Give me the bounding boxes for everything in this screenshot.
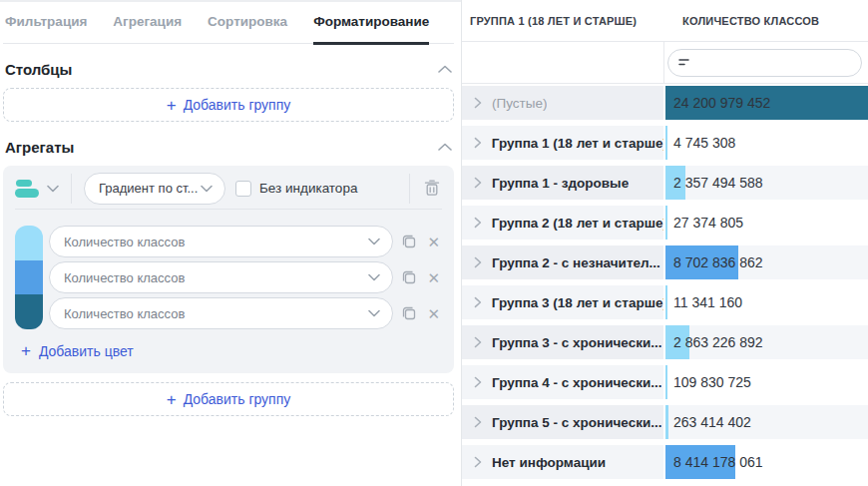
- copy-icon: [401, 305, 417, 321]
- chevron-down-icon: [368, 273, 380, 281]
- row-group-cell[interactable]: Группа 1 - здоровые: [462, 166, 663, 200]
- duplicate-color-button[interactable]: [399, 267, 419, 287]
- row-group-label: Группа 2 - с незначител...: [492, 255, 660, 270]
- row-group-cell[interactable]: Нет информации: [462, 445, 663, 479]
- add-group-button[interactable]: + Добавить группу: [3, 382, 454, 416]
- chevron-right-icon[interactable]: [474, 217, 482, 229]
- indicator-type-select[interactable]: Градиент по ст...: [84, 173, 225, 205]
- table-row: Группа 3 - с хронически...2 863 226 892: [462, 325, 868, 359]
- row-value-text: 109 830 725: [665, 374, 751, 390]
- row-group-label: Группа 5 - с хронически...: [492, 415, 661, 430]
- duplicate-color-button[interactable]: [399, 232, 419, 251]
- app-root: Фильтрация Агрегация Сортировка Форматир…: [0, 0, 868, 486]
- filter-icon: [678, 58, 690, 67]
- row-group-label: (Пустые): [492, 96, 547, 111]
- color-field-row: Количество классов✕: [49, 226, 442, 257]
- chevron-right-icon[interactable]: [474, 376, 482, 388]
- row-group-cell[interactable]: Группа 3 (18 лет и старше): [462, 285, 663, 319]
- row-value-cell[interactable]: 27 374 805: [665, 206, 868, 240]
- indicator-style-icon[interactable]: [15, 180, 41, 198]
- chevron-right-icon[interactable]: [474, 177, 482, 189]
- row-value-cell[interactable]: 11 341 160: [665, 285, 868, 319]
- column-header-group[interactable]: ГРУППА 1 (18 ЛЕТ И СТАРШЕ): [462, 15, 663, 27]
- gradient-swatch-2[interactable]: [15, 260, 43, 295]
- table-row: Группа 2 - с незначител...8 702 836 862: [462, 245, 868, 279]
- column-header-class-count[interactable]: КОЛИЧЕСТВО КЛАССОВ: [663, 15, 868, 27]
- row-value-text: 11 341 160: [665, 294, 742, 310]
- table-row: Группа 4 - с хронически...109 830 725: [462, 365, 868, 399]
- remove-color-button[interactable]: ✕: [425, 268, 442, 287]
- chevron-down-icon: [201, 185, 213, 193]
- close-icon: ✕: [427, 306, 440, 321]
- row-value-text: 8 414 178 061: [665, 454, 763, 470]
- trash-icon: [424, 180, 440, 197]
- remove-color-button[interactable]: ✕: [425, 233, 442, 251]
- row-group-cell[interactable]: Группа 1 (18 лет и старше): [462, 126, 663, 160]
- row-value-text: 4 745 308: [665, 135, 735, 151]
- row-group-cell[interactable]: Группа 2 (18 лет и старше): [462, 206, 663, 240]
- row-group-label: Группа 3 - с хронически...: [492, 335, 661, 350]
- formatting-panel: Фильтрация Агрегация Сортировка Форматир…: [0, 0, 461, 486]
- color-field-select[interactable]: Количество классов: [49, 226, 393, 257]
- color-field-select[interactable]: Количество классов: [49, 297, 393, 329]
- gradient-colors-block: Количество классов✕Количество классов✕Ко…: [15, 226, 442, 329]
- plus-icon: +: [167, 97, 177, 114]
- row-group-cell[interactable]: (Пустые): [462, 86, 663, 120]
- row-value-cell[interactable]: 8 702 836 862: [665, 245, 868, 279]
- chevron-right-icon[interactable]: [474, 416, 482, 428]
- gradient-swatch-3[interactable]: [15, 294, 43, 329]
- chevron-right-icon[interactable]: [474, 336, 482, 348]
- color-field-row: Количество классов✕: [49, 261, 442, 293]
- row-group-cell[interactable]: Группа 4 - с хронически...: [462, 365, 663, 399]
- row-group-cell[interactable]: Группа 2 - с незначител...: [462, 245, 663, 279]
- color-field-row: Количество классов✕: [49, 297, 442, 329]
- color-field-select[interactable]: Количество классов: [49, 261, 393, 293]
- add-group-button[interactable]: + Добавить группу: [3, 88, 454, 122]
- chevron-right-icon[interactable]: [474, 137, 482, 149]
- row-value-cell[interactable]: 4 745 308: [665, 126, 868, 160]
- chevron-up-icon[interactable]: [438, 143, 452, 152]
- tab-aggregation[interactable]: Агрегация: [113, 11, 182, 43]
- add-color-button[interactable]: + Добавить цвет: [21, 342, 134, 359]
- gradient-color-rows: Количество классов✕Количество классов✕Ко…: [49, 226, 442, 329]
- row-value-cell[interactable]: 24 200 979 452: [665, 86, 868, 120]
- row-value-cell[interactable]: 8 414 178 061: [665, 445, 868, 479]
- duplicate-color-button[interactable]: [399, 303, 419, 323]
- columns-section-header: Столбцы: [5, 61, 452, 78]
- row-value-cell[interactable]: 263 414 402: [665, 405, 868, 439]
- chevron-right-icon[interactable]: [474, 456, 482, 468]
- row-value-text: 263 414 402: [665, 414, 751, 430]
- no-indicator-checkbox[interactable]: [235, 181, 251, 197]
- row-group-cell[interactable]: Группа 5 - с хронически...: [462, 405, 663, 439]
- aggregate-card: Градиент по ст... Без индикатора: [3, 166, 454, 373]
- plus-icon: +: [167, 391, 177, 408]
- table-row: Группа 5 - с хронически...263 414 402: [462, 405, 868, 439]
- row-group-label: Группа 1 - здоровые: [492, 176, 629, 191]
- remove-color-button[interactable]: ✕: [425, 304, 442, 323]
- data-table: ГРУППА 1 (18 ЛЕТ И СТАРШЕ) КОЛИЧЕСТВО КЛ…: [461, 0, 868, 486]
- tab-sorting[interactable]: Сортировка: [208, 11, 287, 43]
- color-field-value: Количество классов: [64, 270, 185, 285]
- delete-aggregate-button[interactable]: [422, 178, 442, 199]
- chevron-right-icon[interactable]: [474, 256, 482, 268]
- column-filter-input[interactable]: [667, 49, 862, 77]
- close-icon: ✕: [427, 270, 440, 285]
- row-value-cell[interactable]: 2 863 226 892: [665, 325, 868, 359]
- chevron-right-icon[interactable]: [474, 97, 482, 109]
- chevron-up-icon[interactable]: [438, 65, 452, 74]
- chevron-right-icon[interactable]: [474, 296, 482, 308]
- tab-formatting[interactable]: Форматирование: [313, 11, 429, 45]
- chevron-down-icon[interactable]: [47, 185, 59, 193]
- row-value-cell[interactable]: 2 357 494 588: [665, 166, 868, 200]
- tab-filtration[interactable]: Фильтрация: [5, 11, 87, 43]
- row-group-label: Группа 2 (18 лет и старше): [492, 216, 663, 231]
- row-value-cell[interactable]: 109 830 725: [665, 365, 868, 399]
- plus-icon: +: [21, 342, 31, 359]
- row-value-text: 8 702 836 862: [665, 254, 763, 270]
- gradient-swatch-1[interactable]: [15, 226, 43, 260]
- table-row: Группа 3 (18 лет и старше)11 341 160: [462, 285, 868, 319]
- table-row: Группа 2 (18 лет и старше)27 374 805: [462, 206, 868, 240]
- add-group-label: Добавить группу: [184, 391, 291, 407]
- row-value-text: 24 200 979 452: [665, 95, 770, 111]
- row-group-cell[interactable]: Группа 3 - с хронически...: [462, 325, 663, 359]
